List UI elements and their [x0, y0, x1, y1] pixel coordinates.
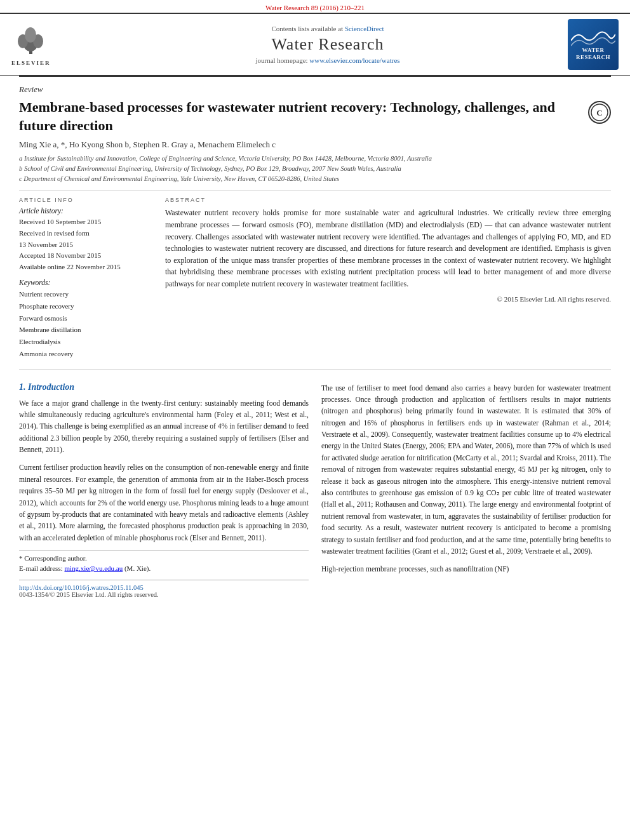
intro-paragraph-1: Current fertiliser production heavily re…: [19, 462, 309, 543]
abstract-heading: ABSTRACT: [165, 197, 611, 203]
keyword-5: Ammonia recovery: [19, 348, 152, 360]
review-label: Review: [19, 84, 611, 95]
journal-header-center: Contents lists available at ScienceDirec…: [100, 25, 555, 64]
issn-line: 0043-1354/© 2015 Elsevier Ltd. All right…: [19, 591, 309, 598]
water-research-badge: WATERRESEARCH: [568, 19, 619, 70]
history-row-4: Available online 22 November 2015: [19, 262, 152, 273]
journal-homepage: journal homepage: www.elsevier.com/locat…: [100, 57, 555, 64]
footnote-section: * Corresponding author. E-mail address: …: [19, 550, 309, 572]
abstract-column: ABSTRACT Wastewater nutrient recovery ho…: [165, 197, 611, 359]
history-row-2: 13 November 2015: [19, 239, 152, 251]
keywords-title: Keywords:: [19, 279, 152, 286]
svg-text:C: C: [596, 108, 602, 117]
sciencedirect-link[interactable]: ScienceDirect: [345, 25, 384, 32]
svg-point-4: [25, 27, 36, 43]
article-title-block: Membrane-based processes for wastewater …: [19, 98, 611, 135]
keyword-3: Membrane distillation: [19, 324, 152, 336]
abstract-copyright: © 2015 Elsevier Ltd. All rights reserved…: [165, 295, 611, 303]
body-left-column: 1. Introduction We face a major grand ch…: [19, 382, 309, 599]
doi-section: http://dx.doi.org/10.1016/j.watres.2015.…: [19, 580, 309, 598]
body-right-column: The use of fertiliser to meet food deman…: [321, 382, 611, 599]
abstract-text: Wastewater nutrient recovery holds promi…: [165, 207, 611, 290]
keyword-2: Forward osmosis: [19, 312, 152, 324]
article-history: Article history: Received 10 September 2…: [19, 207, 152, 272]
crossmark: C: [588, 101, 611, 124]
journal-header-right: WATERRESEARCH: [561, 19, 619, 70]
crossmark-icon: C: [588, 101, 611, 124]
keywords-section: Keywords: Nutrient recovery Phosphate re…: [19, 279, 152, 359]
footnote-corresponding: * Corresponding author.: [19, 554, 309, 562]
section-title: 1. Introduction: [19, 382, 309, 392]
footnote-email: E-mail address: ming.xie@vu.edu.au (M. X…: [19, 564, 309, 572]
homepage-link[interactable]: www.elsevier.com/locate/watres: [309, 57, 399, 64]
keyword-1: Phosphate recovery: [19, 300, 152, 312]
history-row-3: Accepted 18 November 2015: [19, 250, 152, 262]
journal-top-bar: Water Research 89 (2016) 210–221: [0, 0, 630, 13]
doi-link[interactable]: http://dx.doi.org/10.1016/j.watres.2015.…: [19, 584, 309, 591]
email-link[interactable]: ming.xie@vu.edu.au: [64, 564, 123, 572]
right-paragraph-0: The use of fertiliser to meet food deman…: [321, 382, 611, 557]
affiliations: a Institute for Sustainability and Innov…: [19, 154, 611, 183]
journal-header-left: ELSEVIER: [11, 23, 94, 66]
badge-title: WATERRESEARCH: [576, 47, 610, 61]
keyword-4: Electrodialysis: [19, 336, 152, 348]
journal-citation: Water Research 89 (2016) 210–221: [265, 4, 365, 11]
contents-line: Contents lists available at ScienceDirec…: [100, 25, 555, 32]
journal-header: ELSEVIER Contents lists available at Sci…: [0, 13, 630, 76]
affiliation-a: a Institute for Sustainability and Innov…: [19, 154, 611, 164]
article-title: Membrane-based processes for wastewater …: [19, 98, 575, 135]
journal-name: Water Research: [100, 35, 555, 54]
article-info-heading: ARTICLE INFO: [19, 197, 152, 203]
affiliation-c: c Department of Chemical and Environment…: [19, 174, 611, 184]
authors: Ming Xie a, *, Ho Kyong Shon b, Stephen …: [19, 140, 611, 150]
keyword-0: Nutrient recovery: [19, 288, 152, 300]
intro-paragraph-0: We face a major grand challenge in the t…: [19, 397, 309, 456]
history-row-0: Received 10 September 2015: [19, 217, 152, 228]
article-info-column: ARTICLE INFO Article history: Received 1…: [19, 197, 152, 359]
history-row-1: Received in revised form: [19, 228, 152, 239]
history-title: Article history:: [19, 207, 152, 215]
elsevier-logo: ELSEVIER: [11, 23, 51, 66]
right-paragraph-1: High-rejection membrane processes, such …: [321, 563, 611, 575]
affiliation-b: b School of Civil and Environmental Engi…: [19, 164, 611, 174]
elsevier-wordmark: ELSEVIER: [11, 60, 51, 66]
